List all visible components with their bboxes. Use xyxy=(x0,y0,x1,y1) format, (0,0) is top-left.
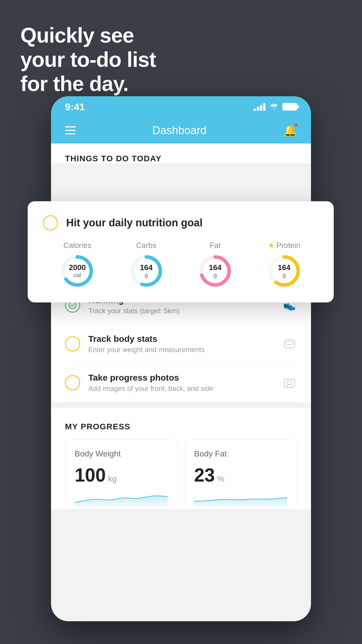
body-fat-value: 23 % xyxy=(194,464,287,486)
todo-bodystats-content: Track body stats Enter your weight and m… xyxy=(88,334,274,354)
fat-donut: 164 g xyxy=(198,253,233,288)
progress-section-title: MY PROGRESS xyxy=(65,422,297,431)
todo-checkbox-photos[interactable] xyxy=(65,375,80,390)
todo-photos-content: Take progress photos Add images of your … xyxy=(88,373,274,393)
todo-bodystats-title: Track body stats xyxy=(88,334,274,344)
fat-unit: g xyxy=(209,272,222,279)
body-fat-chart xyxy=(194,489,287,507)
things-section-header: THINGS TO DO TODAY xyxy=(51,144,311,163)
hero-line2: your to-do list xyxy=(20,48,156,72)
body-weight-unit: kg xyxy=(108,474,117,484)
todo-list: Running Track your stats (target: 5km) 👟… xyxy=(51,286,311,402)
carbs-unit: g xyxy=(140,272,152,279)
body-fat-number: 23 xyxy=(194,464,215,486)
carbs-value: 164 xyxy=(140,263,152,272)
protein-unit: g xyxy=(278,272,290,279)
body-fat-card-title: Body Fat xyxy=(194,449,287,459)
todo-photos-title: Take progress photos xyxy=(88,373,274,383)
calories-unit: cal xyxy=(69,272,86,279)
nutrition-card-title: Hit your daily nutrition goal xyxy=(66,217,203,229)
todo-photos-subtitle: Add images of your front, back, and side xyxy=(88,384,274,393)
progress-grid: Body Weight 100 kg xyxy=(65,440,297,510)
body-fat-unit: % xyxy=(217,474,224,484)
hero-line1: Quickly see xyxy=(20,23,156,48)
body-fat-card[interactable]: Body Fat 23 % xyxy=(184,440,297,510)
body-weight-number: 100 xyxy=(75,464,106,486)
protein-item: ★ Protein 164 g xyxy=(267,241,302,288)
protein-label: ★ Protein xyxy=(268,241,300,250)
card-header: Hit your daily nutrition goal xyxy=(43,215,319,230)
status-bar: 9:41 xyxy=(51,96,311,117)
body-weight-value: 100 kg xyxy=(75,464,168,486)
progress-section: MY PROGRESS Body Weight 100 kg xyxy=(51,408,311,510)
calories-item: Calories 2000 cal xyxy=(60,241,95,288)
floating-nutrition-card[interactable]: Hit your daily nutrition goal Calories 2… xyxy=(28,201,334,302)
hero-text: Quickly see your to-do list for the day. xyxy=(20,23,156,96)
scale-icon xyxy=(282,336,297,351)
carbs-donut: 164 g xyxy=(129,253,164,288)
signal-icon xyxy=(254,103,266,111)
todo-item-photos[interactable]: Take progress photos Add images of your … xyxy=(65,363,297,402)
wifi-icon xyxy=(269,102,279,112)
photo-person-icon xyxy=(282,375,297,390)
phone-mockup: 9:41 Dashboard xyxy=(51,96,311,621)
battery-icon xyxy=(282,103,297,111)
app-header: Dashboard 🔔 xyxy=(51,117,311,144)
calories-label: Calories xyxy=(64,241,91,250)
hero-line3: for the day. xyxy=(20,72,156,96)
status-icons xyxy=(254,102,297,112)
calories-donut: 2000 cal xyxy=(60,253,95,288)
carbs-item: Carbs 164 g xyxy=(129,241,164,288)
protein-donut: 164 g xyxy=(267,253,302,288)
carbs-label: Carbs xyxy=(136,241,156,250)
bell-icon[interactable]: 🔔 xyxy=(283,124,297,137)
protein-value: 164 xyxy=(278,263,290,272)
todo-running-subtitle: Track your stats (target: 5km) xyxy=(88,307,274,315)
calories-value: 2000 xyxy=(69,263,86,272)
things-section-title: THINGS TO DO TODAY xyxy=(65,154,297,163)
body-weight-card[interactable]: Body Weight 100 kg xyxy=(65,440,178,510)
todo-bodystats-subtitle: Enter your weight and measurements xyxy=(88,346,274,354)
status-time: 9:41 xyxy=(65,101,85,113)
svg-point-0 xyxy=(69,302,76,309)
fat-item: Fat 164 g xyxy=(198,241,233,288)
fat-label: Fat xyxy=(210,241,221,250)
fat-value: 164 xyxy=(209,263,222,272)
star-icon: ★ xyxy=(268,241,275,250)
nutrition-row: Calories 2000 cal Carbs xyxy=(43,241,319,288)
notification-dot xyxy=(294,123,298,127)
nutrition-checkbox[interactable] xyxy=(43,215,58,230)
menu-icon[interactable] xyxy=(65,126,75,134)
svg-rect-2 xyxy=(286,342,293,344)
body-weight-card-title: Body Weight xyxy=(75,449,168,459)
body-weight-chart xyxy=(75,489,168,507)
todo-checkbox-bodystats[interactable] xyxy=(65,336,80,351)
header-title: Dashboard xyxy=(152,124,207,137)
todo-item-bodystats[interactable]: Track body stats Enter your weight and m… xyxy=(65,325,297,363)
svg-point-3 xyxy=(289,345,290,346)
